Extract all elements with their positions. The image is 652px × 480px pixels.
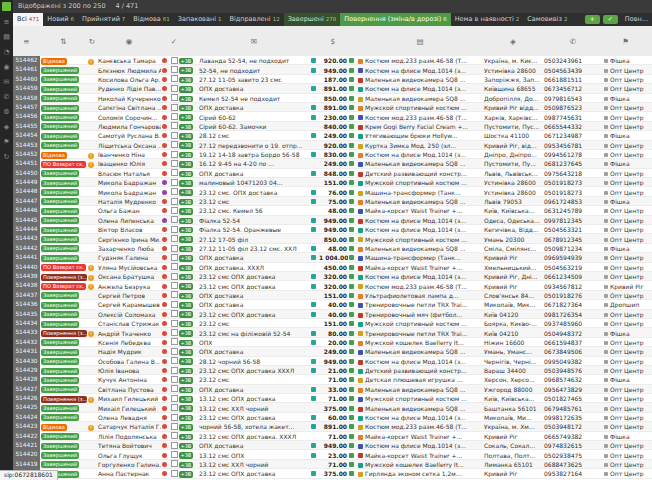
confirm-selection-button[interactable]: ✓ (603, 15, 618, 24)
row-checkbox[interactable] (171, 282, 178, 289)
order-note[interactable]: 23.12 смс ОПХ доставка (198, 414, 310, 421)
row-checkbox[interactable] (171, 460, 178, 467)
tab-всі[interactable]: Всі471 (13, 13, 43, 26)
order-note[interactable]: 23.12 смс (198, 320, 310, 327)
product-name[interactable]: Майка-корсет Waist Trainer +... (357, 207, 483, 214)
order-note[interactable]: Фіалка 52-54. Оранжевые (198, 226, 310, 233)
payment-icon[interactable]: $ (318, 37, 348, 46)
order-row[interactable]: 514427ЗавершенийСвітлана Пустова+3ВОПХ д… (13, 385, 652, 394)
order-row[interactable]: 514433Повернення (з...!Андрій Ткаченко+3… (13, 328, 652, 337)
row-checkbox[interactable] (171, 141, 178, 148)
status-badge[interactable]: Завершений (41, 292, 79, 299)
order-id[interactable]: 514460 (13, 75, 40, 84)
customer-phone[interactable]: 0673456712 (543, 85, 603, 92)
order-note[interactable]: 23.12 смс. ОПХ доставка (198, 189, 310, 196)
order-note[interactable]: 13.12 смс ОПХ (198, 452, 310, 459)
select-all-checkbox[interactable]: ✓ (170, 37, 178, 46)
customer-phone[interactable]: 0665544332 (543, 123, 603, 130)
customer-name[interactable]: Михаіл Гилецький (97, 405, 161, 412)
location-icon[interactable]: ◈ (0, 120, 13, 135)
order-note[interactable]: ОПХ доставка (198, 292, 310, 299)
status-badge[interactable]: Завершений (41, 170, 79, 177)
order-id[interactable]: 514432 (13, 338, 40, 347)
customer-phone[interactable]: 0503243961 (543, 57, 603, 64)
order-note[interactable]: Лаванда 52-54, не подходит (198, 57, 310, 64)
customer-name[interactable]: Анжела Безрука (97, 283, 161, 290)
row-checkbox[interactable] (171, 423, 178, 430)
order-row[interactable]: 514438ПО Возврат ск.!Анжела Безрука+3В23… (13, 281, 652, 290)
customer-phone[interactable]: 0688473625 (543, 461, 603, 468)
order-note[interactable]: 23.12 смс ОПХ доставка. ХХХЛ (198, 433, 310, 440)
product-name[interactable]: Костюм мод.233 разм.46-58 (Т... (357, 57, 483, 64)
order-row[interactable]: 514452Відмова!Іванченко Ніна+3В19.12 14-… (13, 150, 652, 159)
order-note[interactable]: 28.12 чорний 56-58 (198, 358, 310, 365)
order-id[interactable]: 514459 (13, 84, 40, 93)
order-row[interactable]: 514430ЗавершенийОсобова Галина В...+3В28… (13, 357, 652, 366)
order-note[interactable]: ОПХ доставка. ХХХЛ (198, 264, 310, 271)
customer-name[interactable]: Ксенія Лебедєва (97, 339, 161, 346)
product-name[interactable]: Детский развивающий констр... (357, 367, 483, 374)
product-name[interactable]: Мужской спортивный костюм ... (357, 320, 483, 327)
order-id[interactable]: 514426 (13, 394, 40, 403)
order-row[interactable]: 514440ПО Возврат ск.!Уляна Мусійовська+3… (13, 263, 652, 272)
customer-phone[interactable]: 0974832615 (543, 442, 603, 449)
customer-name[interactable]: Оксана Братушка (97, 273, 161, 280)
order-id[interactable]: 514427 (13, 385, 40, 394)
status-badge[interactable]: Завершений (41, 142, 79, 149)
order-row[interactable]: 514459ЗавершенийРуденко Лідія Пав...+3ВО… (13, 84, 652, 93)
status-badge[interactable]: Завершений (41, 189, 79, 196)
order-note[interactable]: чорний 56-58, хотела жакет... (198, 423, 310, 430)
comments-icon[interactable]: ✉ (198, 37, 310, 46)
order-row[interactable]: 514456ЗавершенийСоломія Сорочин...+3ВСір… (13, 112, 652, 121)
order-id[interactable]: 514433 (13, 328, 40, 337)
customer-phone[interactable]: 0987745631 (543, 114, 603, 121)
row-checkbox[interactable] (171, 395, 178, 402)
customer-name[interactable]: Іващенко Юлія (97, 160, 161, 167)
customer-name[interactable]: Сапєгіна Світлана ... (97, 104, 161, 111)
customer-phone[interactable]: 0509871234 (543, 245, 603, 252)
product-name[interactable]: Маленькая видеокамера SQ8 ... (357, 198, 483, 205)
customer-name[interactable]: Микола Бадражан (97, 189, 161, 196)
order-note[interactable]: 27.12 передзвонити о 19. отпр... (198, 142, 310, 149)
product-name[interactable]: Крем Gogi Berry Facial Cream +... (357, 123, 483, 130)
product-name[interactable]: Маленькая видеокамера SQ8 ... (357, 160, 483, 167)
status-badge[interactable]: Відмова (41, 152, 67, 159)
status-badge[interactable]: Завершений (41, 217, 79, 224)
customer-phone[interactable]: 0961724853 (543, 198, 603, 205)
customer-name[interactable]: Олена Липенська (97, 217, 161, 224)
customer-phone[interactable]: 0501918273 (543, 189, 603, 196)
order-note[interactable]: 27.12 11-05 завито 23 смс (198, 76, 310, 83)
product-name[interactable]: Майка-корсет Waist Trainer +... (357, 452, 483, 459)
order-id[interactable]: 514453 (13, 141, 40, 150)
customer-phone[interactable]: 0501827465 (543, 395, 603, 402)
product-name[interactable]: Тренировочные петли TRX Trai... (357, 301, 483, 308)
customer-name[interactable]: Ольга Бажан (97, 207, 161, 214)
order-row[interactable]: 514450ЗавершенийВласюк Наталья+3ВОПХ дос… (13, 169, 652, 178)
flag-icon[interactable]: ⚑ (0, 135, 13, 150)
status-badge[interactable]: Повернення (з... (41, 330, 87, 337)
order-note[interactable]: 27.12 17-05 філ (198, 236, 310, 243)
customer-phone[interactable]: 0937485960 (543, 320, 603, 327)
order-row[interactable]: 514447ЗавершенийНаталія Мудренко+3В23.12… (13, 197, 652, 206)
clients-icon[interactable]: ◉ (0, 60, 13, 75)
order-row[interactable]: 514442ЗавершенийЗахарченко Люба+3В27.12 … (13, 244, 652, 253)
row-checkbox[interactable] (171, 273, 178, 280)
customer-name[interactable]: Андрій Ткаченко (97, 330, 161, 337)
product-name[interactable]: Костюм на флисе Мод.1014 (з... (357, 442, 483, 449)
customer-name[interactable]: Особова Галина В... (97, 358, 161, 365)
row-checkbox[interactable] (171, 320, 178, 327)
customer-phone[interactable]: 0671234987 (543, 132, 603, 139)
order-row[interactable]: 514461ЗавершенийБлєзнюк Людмила А...+3В5… (13, 65, 652, 74)
order-id[interactable]: 514438 (13, 281, 40, 290)
customer-phone[interactable]: 0681237645 (543, 160, 603, 167)
status-badge[interactable]: Завершений (41, 349, 79, 356)
row-checkbox[interactable] (171, 122, 178, 129)
row-checkbox[interactable] (171, 301, 178, 308)
order-id[interactable]: 514454 (13, 131, 40, 140)
status-badge[interactable]: Завершений (41, 180, 79, 187)
order-row[interactable]: 514439Повернення (з...!Оксана Братушка+3… (13, 272, 652, 281)
order-row[interactable]: 514429ЗавершенийЮлія Іванова+3В23.12 смс… (13, 366, 652, 375)
customer-name[interactable]: Самотуй Руслана В... (97, 132, 161, 139)
product-name[interactable]: Мужской спортивный костюм ... (357, 236, 483, 243)
product-name[interactable]: Костюм на флисе Мод.1014 (з... (357, 67, 483, 74)
